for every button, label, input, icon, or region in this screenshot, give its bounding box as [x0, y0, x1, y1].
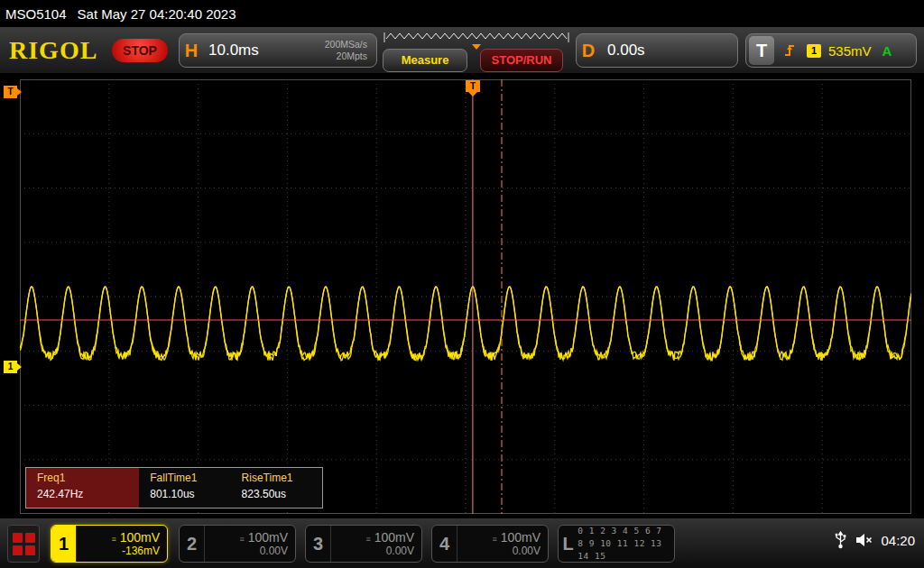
memory-waveform-icon [383, 31, 570, 45]
memory-depth: 20Mpts [337, 50, 367, 61]
measure-button[interactable]: Measure [383, 49, 467, 72]
measurement-value: 823.50us [242, 488, 322, 500]
channel-number: 4 [432, 526, 457, 562]
graticule-and-waveform [20, 79, 911, 514]
digital-channels-button[interactable]: L 0 1 2 3 4 5 6 7 8 9 10 11 12 13 14 15 [558, 525, 675, 563]
channel-offset: 0.00V [331, 545, 414, 557]
horizontal-label: H [180, 41, 203, 61]
run-state-badge: STOP [112, 39, 168, 62]
delay-value: 0.00s [607, 41, 645, 60]
measurement-item[interactable]: Freq1 242.47Hz [26, 468, 139, 508]
channel-1-button[interactable]: 1 ≡100mV -136mV [51, 525, 168, 563]
measurement-item[interactable]: RiseTime1 823.50us [231, 468, 322, 508]
model-name: MSO5104 [5, 6, 67, 22]
titlebar: MSO5104 Sat May 27 04:20:40 2023 [0, 0, 924, 27]
trigger-source-badge: 1 [807, 44, 821, 58]
trigger-settings-button[interactable]: T 1 535mV A [745, 33, 917, 68]
delay-label: D [577, 41, 600, 61]
clock-time: 04:20 [881, 533, 915, 548]
channel-scale: 100mV [501, 530, 541, 545]
trigger-slope-icon [783, 42, 799, 59]
channel-scale: 100mV [248, 530, 288, 545]
quick-menu-button[interactable] [7, 525, 40, 563]
measurement-results-panel: Freq1 242.47Hz FallTime1 801.10us RiseTi… [25, 467, 323, 508]
sample-rate: 200MSa/s [325, 39, 367, 50]
measurement-name: FallTime1 [150, 472, 230, 484]
channel-3-button[interactable]: 3 ≡100mV 0.00V [305, 525, 422, 563]
channel-scale: 100mV [374, 530, 414, 545]
channel-offset: -136mV [77, 545, 160, 557]
horizontal-settings-button[interactable]: H 10.0ms 200MSa/s 20Mpts [179, 33, 377, 68]
measurement-value: 801.10us [150, 488, 230, 500]
trigger-position-marker[interactable]: T [466, 80, 480, 92]
coupling-icon: ≡ [111, 535, 116, 544]
waveform-display-area: T 1 T Freq1 242.47Hz FallTime1 801.10us … [0, 74, 924, 518]
trigger-coupling: A [882, 43, 892, 59]
channel1-offset-marker[interactable]: 1 [4, 361, 17, 373]
coupling-icon: ≡ [239, 535, 244, 544]
trigger-level-marker[interactable]: T [4, 86, 17, 98]
channel-scale: 100mV [120, 530, 160, 545]
header-bar: RIGOL STOP H 10.0ms 200MSa/s 20Mpts Meas… [0, 27, 924, 74]
channel-number: 1 [51, 526, 77, 562]
channel-2-button[interactable]: 2 ≡100mV 0.00V [179, 525, 296, 563]
measurement-name: Freq1 [37, 472, 139, 484]
memory-position-pointer-icon [472, 44, 481, 50]
channel-offset: 0.00V [205, 545, 288, 557]
digital-bits-row2: 8 9 10 11 12 13 14 15 [578, 537, 674, 563]
delay-settings-button[interactable]: D 0.00s [576, 33, 738, 68]
measurement-name: RiseTime1 [242, 472, 322, 484]
rigol-logo: RIGOL [9, 27, 97, 74]
trigger-level-value: 535mV [828, 43, 872, 59]
measurement-value: 242.47Hz [37, 488, 139, 500]
stop-run-button[interactable]: STOP/RUN [480, 49, 563, 72]
usb-icon [835, 531, 846, 549]
channel-offset: 0.00V [457, 545, 541, 557]
oscilloscope-screen: MSO5104 Sat May 27 04:20:40 2023 RIGOL S… [0, 0, 924, 568]
memory-position-indicator[interactable] [383, 31, 570, 45]
measurement-item[interactable]: FallTime1 801.10us [139, 468, 230, 508]
menu-grid-icon [13, 533, 23, 543]
coupling-icon: ≡ [492, 535, 496, 544]
channel-number: 3 [306, 526, 331, 562]
digital-label: L [559, 534, 578, 554]
timebase-value: 10.0ms [208, 41, 325, 60]
trigger-label: T [749, 36, 774, 65]
channel-bar: 1 ≡100mV -136mV 2 ≡100mV 0.00V 3 ≡100mV … [0, 518, 924, 568]
channel-4-button[interactable]: 4 ≡100mV 0.00V [431, 525, 549, 563]
coupling-icon: ≡ [365, 535, 370, 544]
speaker-muted-icon[interactable] [855, 532, 873, 548]
digital-bits-row1: 0 1 2 3 4 5 6 7 [578, 525, 674, 537]
channel-number: 2 [180, 526, 205, 562]
datetime: Sat May 27 04:20:40 2023 [78, 6, 236, 22]
